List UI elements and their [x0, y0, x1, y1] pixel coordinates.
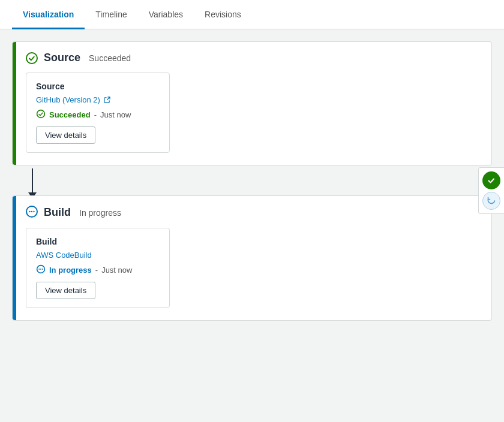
svg-point-3 [29, 211, 30, 212]
build-stage-header: Build In progress [13, 196, 491, 228]
source-action-card: Source GitHub (Version 2) [26, 73, 170, 153]
source-stage-header: Source Succeeded [13, 42, 491, 73]
source-action-title: Source [36, 82, 160, 91]
source-stage-title: Source [44, 52, 80, 64]
main-content: Source Succeeded Source GitHub (Version … [0, 29, 504, 333]
floating-panel [478, 167, 504, 214]
build-time: Just now [101, 266, 132, 275]
source-status-label: Succeeded [49, 110, 91, 119]
tab-timeline[interactable]: Timeline [85, 0, 137, 29]
build-stage-title: Build [44, 206, 71, 219]
build-action-card: Build AWS CodeBuild I [26, 228, 170, 308]
floating-refresh-icon[interactable] [482, 192, 500, 210]
build-status-label: In progress [49, 266, 92, 275]
arrow-line [32, 168, 33, 192]
build-stage-status: In progress [79, 208, 121, 218]
source-stage-status: Succeeded [89, 53, 131, 63]
source-stage-body: Source GitHub (Version 2) [13, 73, 491, 165]
svg-point-7 [38, 269, 40, 270]
source-stage-card: Source Succeeded Source GitHub (Version … [12, 41, 492, 165]
build-stage-body: Build AWS CodeBuild I [13, 228, 491, 320]
build-status-row: In progress - Just now [36, 264, 160, 276]
svg-point-8 [40, 269, 41, 270]
arrow-connector [12, 165, 492, 195]
tab-variables[interactable]: Variables [138, 0, 194, 29]
source-view-details-button[interactable]: View details [36, 126, 95, 144]
build-stage-left-bar [13, 196, 16, 320]
source-separator: - [94, 110, 97, 119]
build-action-title: Build [36, 237, 160, 246]
build-stage-card: Build In progress Build AWS CodeBuild [12, 195, 492, 321]
build-separator: - [95, 266, 98, 275]
external-link-icon [104, 97, 110, 103]
build-view-details-button[interactable]: View details [36, 282, 95, 299]
floating-check-icon[interactable] [482, 171, 500, 189]
tab-visualization[interactable]: Visualization [12, 0, 85, 29]
build-action-link[interactable]: AWS CodeBuild [36, 251, 92, 260]
source-status-row: Succeeded - Just now [36, 109, 160, 120]
tabs-container: Visualization Timeline Variables Revisio… [0, 0, 504, 29]
svg-point-9 [42, 269, 43, 270]
source-success-icon [26, 52, 38, 64]
build-status-icon [36, 264, 46, 276]
build-inprogress-icon [26, 206, 38, 219]
source-status-icon [36, 109, 46, 120]
source-stage-left-bar [13, 42, 16, 165]
source-action-link[interactable]: GitHub (Version 2) [36, 95, 110, 104]
tab-revisions[interactable]: Revisions [194, 0, 252, 29]
svg-point-5 [33, 211, 34, 212]
svg-point-1 [37, 110, 45, 118]
source-time: Just now [100, 110, 131, 119]
svg-point-0 [26, 53, 37, 64]
svg-point-4 [31, 211, 32, 212]
